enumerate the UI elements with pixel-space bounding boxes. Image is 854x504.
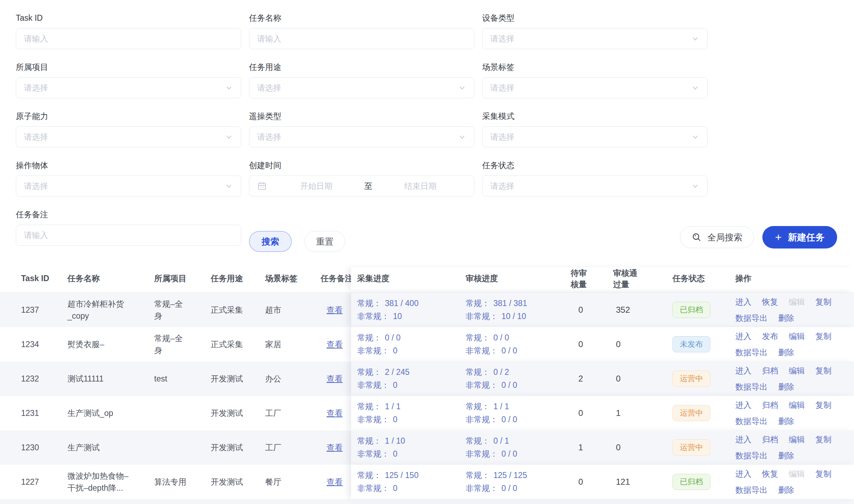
regular-label: 常规： xyxy=(357,367,381,377)
action-link[interactable]: 数据导出 xyxy=(735,484,768,496)
chevron-down-icon xyxy=(691,182,699,190)
row-actions: 进入发布编辑复制数据导出删除 xyxy=(735,330,851,358)
global-search-button[interactable]: 全局搜索 xyxy=(680,226,754,248)
irregular-label: 非常规： xyxy=(466,449,498,458)
action-link[interactable]: 复制 xyxy=(815,399,832,411)
irregular-label: 非常规： xyxy=(357,312,389,321)
cell-pending-count: 0 xyxy=(571,408,613,418)
action-link[interactable]: 进入 xyxy=(735,399,751,411)
action-link[interactable]: 恢复 xyxy=(762,296,778,308)
select-input[interactable]: 请选择 xyxy=(482,126,708,147)
view-note-link[interactable]: 查看 xyxy=(327,374,343,383)
action-link[interactable]: 数据导出 xyxy=(735,312,768,324)
irregular-label: 非常规： xyxy=(466,415,498,424)
action-link[interactable]: 删除 xyxy=(778,415,794,427)
action-link[interactable]: 删除 xyxy=(778,484,794,496)
select-input[interactable]: 请选择 xyxy=(249,77,474,98)
date-range-separator: 至 xyxy=(362,181,375,192)
select-placeholder: 请选择 xyxy=(257,82,281,93)
action-link[interactable]: 数据导出 xyxy=(735,415,768,427)
action-link[interactable]: 数据导出 xyxy=(735,381,768,393)
filter-label: 操作物体 xyxy=(16,160,241,171)
filter-label: 采集模式 xyxy=(482,111,708,121)
action-link[interactable]: 进入 xyxy=(735,433,751,445)
action-link[interactable]: 数据导出 xyxy=(735,450,768,462)
action-link[interactable]: 归档 xyxy=(762,399,778,411)
text-input[interactable]: 请输入 xyxy=(16,28,241,49)
status-badge: 已归档 xyxy=(672,302,710,318)
select-input[interactable]: 请选择 xyxy=(482,28,708,49)
view-note-link[interactable]: 查看 xyxy=(327,305,343,314)
reset-button[interactable]: 重置 xyxy=(304,231,345,252)
action-link[interactable]: 进入 xyxy=(735,365,751,377)
action-link[interactable]: 恢复 xyxy=(762,468,778,480)
cell-task-id: 1234 xyxy=(21,340,67,349)
select-input[interactable]: 请选择 xyxy=(16,77,241,98)
cell-passed-count: 352 xyxy=(613,305,672,315)
cell-passed-count: 121 xyxy=(613,477,672,487)
action-link[interactable]: 编辑 xyxy=(789,365,805,377)
action-link: 编辑 xyxy=(789,468,805,480)
select-input[interactable]: 请选择 xyxy=(482,175,708,197)
action-link[interactable]: 归档 xyxy=(762,365,778,377)
date-range-input[interactable]: 开始日期 至 结束日期 xyxy=(249,175,474,197)
filter-label: 设备类型 xyxy=(482,13,708,23)
action-link[interactable]: 删除 xyxy=(778,381,794,393)
regular-label: 常规： xyxy=(466,333,490,342)
action-link[interactable]: 数据导出 xyxy=(735,346,768,358)
irregular-value: 0 / 0 xyxy=(501,415,517,424)
filter-field: 任务用途 请选择 xyxy=(249,62,474,98)
action-link[interactable]: 归档 xyxy=(762,433,778,445)
filter-label: 任务名称 xyxy=(249,13,474,23)
action-link[interactable]: 编辑 xyxy=(789,399,805,411)
global-search-label: 全局搜索 xyxy=(707,232,742,243)
new-task-button[interactable]: + 新建任务 xyxy=(762,226,837,248)
action-link: 编辑 xyxy=(789,296,805,308)
cell-task-id: 1232 xyxy=(21,374,67,384)
select-input[interactable]: 请选择 xyxy=(16,126,241,147)
select-input[interactable]: 请选择 xyxy=(249,126,474,147)
cell-project: 常规–全 身 xyxy=(154,298,211,322)
action-link[interactable]: 进入 xyxy=(735,468,751,480)
select-input[interactable]: 请选择 xyxy=(482,77,708,98)
cell-task-name: 测试11111 xyxy=(67,373,154,385)
action-link[interactable]: 复制 xyxy=(815,330,832,342)
text-input[interactable]: 请输入 xyxy=(16,225,241,246)
action-link[interactable]: 复制 xyxy=(815,468,832,480)
header-actions: 操作 xyxy=(735,273,854,284)
end-date-placeholder[interactable]: 结束日期 xyxy=(375,181,467,192)
action-link[interactable]: 编辑 xyxy=(789,330,805,342)
regular-label: 常规： xyxy=(466,299,490,308)
text-input[interactable]: 请输入 xyxy=(249,28,474,49)
cell-project: 常规–全 身 xyxy=(154,332,211,356)
header-task-id: Task ID xyxy=(21,274,67,283)
action-link[interactable]: 删除 xyxy=(778,346,794,358)
irregular-value: 0 xyxy=(393,484,398,493)
next-row-sliver xyxy=(0,499,854,504)
action-link[interactable]: 删除 xyxy=(778,312,794,324)
action-link[interactable]: 进入 xyxy=(735,330,751,342)
action-link[interactable]: 编辑 xyxy=(789,433,805,445)
view-note-link[interactable]: 查看 xyxy=(327,477,343,486)
irregular-value: 0 xyxy=(393,415,398,424)
cell-scene: 工厂 xyxy=(265,408,321,419)
view-note-link[interactable]: 查看 xyxy=(327,340,343,349)
start-date-placeholder[interactable]: 开始日期 xyxy=(270,181,362,192)
view-note-link[interactable]: 查看 xyxy=(327,409,343,418)
search-button[interactable]: 搜索 xyxy=(249,231,292,252)
filter-field: 所属项目 请选择 xyxy=(16,62,241,98)
action-link[interactable]: 复制 xyxy=(815,296,832,308)
chevron-down-icon xyxy=(691,133,699,141)
action-link[interactable]: 进入 xyxy=(735,296,751,308)
select-input[interactable]: 请选择 xyxy=(16,175,241,197)
cell-scene: 餐厅 xyxy=(265,477,321,488)
cell-purpose: 开发测试 xyxy=(211,373,265,384)
action-link[interactable]: 复制 xyxy=(815,433,832,445)
irregular-label: 非常规： xyxy=(357,380,389,390)
action-link[interactable]: 发布 xyxy=(762,330,778,342)
view-note-link[interactable]: 查看 xyxy=(327,443,343,452)
cell-scene: 超市 xyxy=(265,305,321,316)
action-link[interactable]: 复制 xyxy=(815,365,832,377)
irregular-value: 0 / 0 xyxy=(501,449,517,458)
action-link[interactable]: 删除 xyxy=(778,450,794,462)
